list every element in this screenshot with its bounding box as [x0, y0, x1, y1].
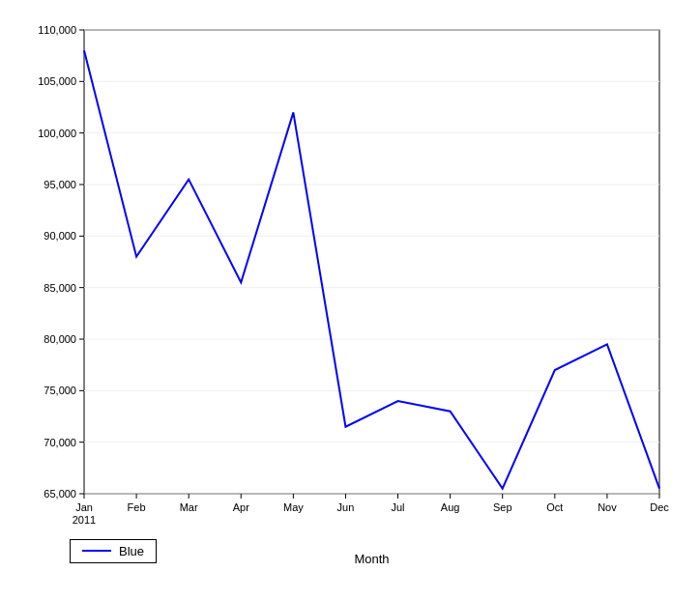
svg-text:75,000: 75,000 — [44, 385, 76, 396]
svg-text:Month: Month — [354, 552, 389, 566]
svg-text:Jul: Jul — [392, 501, 405, 513]
legend: Blue — [70, 539, 157, 563]
svg-text:Apr: Apr — [233, 501, 249, 513]
svg-text:70,000: 70,000 — [44, 436, 76, 447]
svg-text:110,000: 110,000 — [38, 24, 76, 36]
svg-text:80,000: 80,000 — [44, 333, 76, 345]
svg-text:May: May — [283, 501, 304, 513]
chart-container: 65,00070,00075,00080,00085,00090,00095,0… — [12, 11, 688, 590]
svg-rect-0 — [84, 30, 659, 494]
legend-line-indicator — [82, 550, 111, 552]
svg-text:Nov: Nov — [598, 501, 617, 513]
svg-text:Mar: Mar — [180, 501, 198, 513]
svg-text:2011: 2011 — [73, 514, 96, 526]
line-chart: 65,00070,00075,00080,00085,00090,00095,0… — [12, 11, 688, 590]
svg-text:Feb: Feb — [128, 501, 146, 513]
svg-text:Dec: Dec — [650, 501, 669, 513]
svg-text:65,000: 65,000 — [44, 488, 76, 500]
svg-text:Jun: Jun — [337, 501, 355, 513]
svg-text:Sep: Sep — [493, 501, 512, 513]
svg-text:90,000: 90,000 — [44, 230, 76, 242]
svg-text:Jan: Jan — [75, 501, 93, 513]
svg-text:105,000: 105,000 — [38, 75, 76, 87]
svg-text:100,000: 100,000 — [38, 127, 76, 138]
legend-label: Blue — [119, 544, 144, 558]
svg-text:Aug: Aug — [441, 501, 460, 513]
svg-text:85,000: 85,000 — [44, 281, 76, 293]
svg-text:95,000: 95,000 — [44, 179, 76, 190]
svg-text:Oct: Oct — [546, 501, 563, 513]
